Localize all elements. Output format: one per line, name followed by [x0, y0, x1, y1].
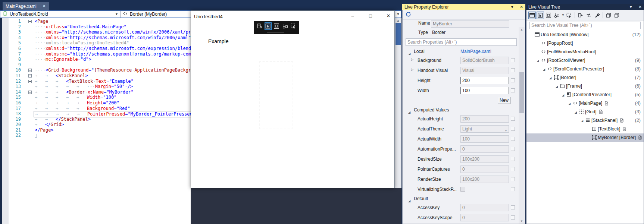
property-pin-checkbox[interactable] — [511, 177, 515, 181]
property-pin-checkbox[interactable] — [511, 68, 515, 72]
lvt-titlebar[interactable]: Live Visual Tree ▼ ✕ — [526, 4, 644, 10]
close-icon[interactable]: ✕ — [639, 5, 642, 9]
lpe-scrollbar[interactable]: ▲ ▼ — [519, 27, 525, 224]
tree-node-unotestbed4window[interactable]: UnoTestbed4 [Window](12) — [526, 31, 644, 39]
property-pin-checkbox[interactable] — [511, 58, 515, 62]
fold-collapse-icon[interactable] — [28, 91, 32, 94]
expanded-triangle-icon[interactable]: ◢ — [549, 74, 554, 82]
tree-node-myborderborder[interactable]: MyBorder [Border] — [526, 133, 644, 142]
property-value-field[interactable]: 0 — [460, 204, 509, 211]
property-value-field[interactable]: 100 — [460, 87, 509, 94]
search-properties-input[interactable]: Search Properties (Alt+`) — [406, 38, 517, 46]
property-value-field[interactable]: 0 — [460, 214, 509, 221]
property-pin-checkbox[interactable] — [511, 147, 515, 151]
property-pin-checkbox[interactable] — [511, 205, 515, 209]
property-value-field[interactable]: 100x200 — [460, 176, 509, 183]
property-pin-checkbox[interactable] — [511, 117, 515, 121]
collapsed-triangle-icon[interactable]: ▷ — [411, 58, 413, 61]
refresh-icon[interactable] — [406, 12, 411, 18]
select-element-icon[interactable] — [565, 12, 573, 19]
property-value-field[interactable]: Visual — [460, 67, 509, 74]
property-pin-checkbox[interactable] — [511, 127, 515, 131]
close-icon[interactable]: ✕ — [520, 5, 523, 9]
tree-node-frame[interactable]: ◢[Frame](6) — [526, 82, 644, 91]
tree-node-stackpanel[interactable]: ◢[StackPanel](2) — [526, 116, 644, 125]
expanded-triangle-icon[interactable]: ◢ — [562, 91, 566, 100]
theme-switcher-icon[interactable] — [281, 22, 289, 30]
tree-node-grid[interactable]: ◢[Grid](3) — [526, 108, 644, 116]
property-pin-checkbox[interactable] — [511, 187, 515, 191]
enable-selection-icon[interactable] — [537, 12, 544, 19]
select-window-icon[interactable] — [528, 12, 536, 19]
fold-collapse-icon[interactable] — [28, 74, 32, 78]
property-value-checkbox[interactable] — [460, 187, 465, 192]
property-value-field[interactable]: 200 — [460, 115, 509, 123]
tab-mainpage-xaml[interactable]: MainPage.xaml ✕ — [3, 2, 49, 10]
tree-node-mainpage[interactable]: ◢[MainPage](4) — [526, 99, 644, 108]
select-element-icon[interactable] — [290, 22, 297, 30]
tree-node-border[interactable]: ◢[Border](7) — [526, 73, 644, 82]
expanded-triangle-icon[interactable]: ◢ — [568, 100, 573, 108]
app-window-titlebar[interactable]: UnoTestbed4 – □ ✕ — [191, 11, 394, 22]
tree-node-contentpresenter[interactable]: ◢[ContentPresenter](5) — [526, 91, 644, 99]
property-section-header[interactable]: ◢Default — [403, 195, 525, 203]
close-icon[interactable]: ✕ — [43, 4, 46, 9]
display-layout-adorners-icon[interactable] — [273, 22, 280, 30]
tree-node-textblock[interactable]: [TextBlock] — [526, 125, 644, 133]
maximize-button[interactable]: □ — [364, 11, 377, 21]
toolbar-grip[interactable] — [267, 32, 284, 33]
settings-wrench-icon[interactable] — [593, 12, 601, 19]
tree-node-fullwindowmediaroot[interactable]: [FullWindowMediaRoot] — [526, 48, 644, 56]
scrollbar-thumb[interactable] — [396, 23, 401, 45]
collapse-all-icon[interactable] — [613, 12, 620, 19]
tree-node-popuproot[interactable]: [PopupRoot] — [526, 39, 644, 48]
window-position-icon[interactable]: ▼ — [510, 5, 514, 9]
go-to-live-visual-tree-icon[interactable] — [256, 22, 263, 30]
expand-all-icon[interactable] — [605, 12, 612, 19]
new-button[interactable]: New — [498, 97, 510, 104]
property-value-field[interactable]: 0 — [460, 165, 509, 173]
property-pin-checkbox[interactable] — [511, 88, 515, 92]
fold-collapse-icon[interactable] — [28, 20, 32, 23]
project-dropdown[interactable]: UnoTestbed4.Droid ▼ — [0, 11, 121, 18]
property-pin-checkbox[interactable] — [511, 215, 515, 220]
fold-collapse-icon[interactable] — [28, 80, 32, 83]
tree-node-scrollcontentpresenter[interactable]: ◢[ScrollContentPresenter](8) — [526, 65, 644, 73]
property-pin-checkbox[interactable] — [511, 167, 515, 171]
property-pin-checkbox[interactable] — [511, 157, 515, 161]
myborder-red-element[interactable] — [259, 61, 293, 129]
property-section-header[interactable]: ◢Computed Values — [403, 106, 525, 114]
property-value-field[interactable]: 0 — [460, 145, 509, 153]
minimize-button[interactable]: – — [346, 11, 359, 21]
source-file-link[interactable]: MainPage.xaml — [460, 47, 491, 56]
chevron-down-icon[interactable]: ▼ — [562, 13, 565, 17]
property-value-field[interactable]: 200 — [460, 77, 509, 84]
close-button[interactable]: ✕ — [382, 11, 395, 21]
window-position-icon[interactable]: ▼ — [629, 5, 633, 9]
property-value-field[interactable]: 100 — [460, 135, 509, 143]
display-layout-adorners-icon[interactable] — [545, 12, 552, 19]
expanded-triangle-icon[interactable]: ◢ — [543, 65, 547, 74]
expanded-triangle-icon[interactable]: ◢ — [556, 82, 560, 91]
search-live-visual-tree-input[interactable]: Search Live Visual Tree (Alt+`) — [529, 22, 641, 29]
theme-switcher-icon[interactable] — [553, 12, 560, 19]
collapsed-triangle-icon[interactable]: ▷ — [411, 68, 413, 71]
track-focused-element-icon[interactable] — [577, 12, 584, 19]
scrollbar-thumb[interactable] — [519, 72, 524, 113]
property-value-field[interactable]: Light▼ — [460, 125, 509, 133]
name-value-field[interactable]: MyBorder — [431, 20, 509, 28]
tree-node-rootscrollviewer[interactable]: ◢[RootScrollViewer](9) — [526, 56, 644, 65]
property-value-field[interactable]: 100x200 — [460, 155, 509, 163]
scroll-up-arrow[interactable]: ▲ — [395, 19, 401, 22]
expanded-triangle-icon[interactable]: ◢ — [581, 117, 585, 125]
property-pin-checkbox[interactable] — [511, 78, 515, 82]
property-section-header[interactable]: ◢LocalMainPage.xaml — [403, 47, 525, 56]
property-pin-checkbox[interactable] — [511, 137, 515, 141]
property-value-field[interactable]: SolidColorBrush — [460, 57, 509, 64]
fold-collapse-icon[interactable] — [28, 69, 32, 72]
lpe-titlebar[interactable]: Live Property Explorer ▼ ✕ — [402, 4, 525, 10]
sync-selection-icon[interactable] — [585, 12, 593, 19]
member-dropdown-arrow[interactable]: ▼ — [395, 10, 401, 18]
expanded-triangle-icon[interactable]: ◢ — [575, 108, 579, 117]
enable-selection-icon[interactable] — [265, 22, 272, 30]
